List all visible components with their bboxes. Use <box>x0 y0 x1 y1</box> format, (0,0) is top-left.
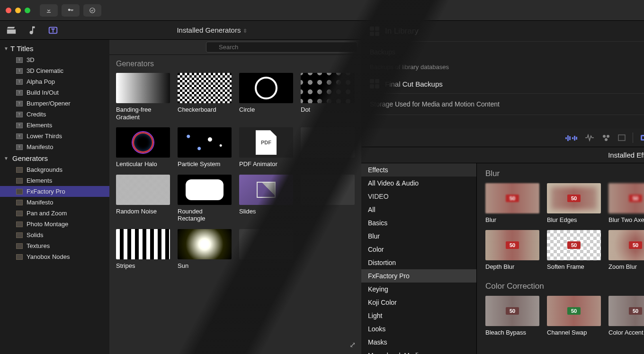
effect-thumbnail[interactable]: Depth Blur <box>485 230 539 270</box>
generator-thumbnail[interactable]: Random Noise <box>116 175 170 222</box>
sidebar-title-item[interactable]: TManifesto <box>0 142 109 152</box>
sidebar-generator-item[interactable]: Backgrounds <box>0 164 109 175</box>
photos-audio-tab[interactable] <box>26 24 39 37</box>
effects-category-item[interactable]: All Video & Audio <box>361 177 476 190</box>
sidebar-title-item[interactable]: T3D <box>0 54 109 65</box>
thumbnail-label: Slides <box>239 208 293 215</box>
generator-thumbnail[interactable]: Lenticular Halo <box>116 127 170 168</box>
effects-category-item[interactable]: Koji Color <box>361 296 476 309</box>
effects-scope-dropdown[interactable]: Installed Effects ⇳ <box>608 151 644 159</box>
effects-category-item[interactable]: FxFactory Pro <box>361 269 476 283</box>
close-window-button[interactable] <box>6 8 11 13</box>
effects-category-item[interactable]: Masks <box>361 336 476 349</box>
effects-category-item[interactable]: Blur <box>361 230 476 243</box>
effect-thumbnail[interactable]: Channel Swap <box>547 296 601 336</box>
sidebar-item-label: Build In/Out <box>27 89 59 96</box>
titles-group-header[interactable]: ▼ T Titles <box>0 43 109 54</box>
effect-thumbnail[interactable]: Blur Edges <box>547 183 601 223</box>
effects-tab-active[interactable] <box>640 134 644 142</box>
sidebar-generator-item[interactable]: Solids <box>0 230 109 240</box>
sidebar-title-item[interactable]: TLower Thirds <box>0 131 109 142</box>
generator-thumbnail[interactable] <box>301 127 355 168</box>
generator-thumbnail[interactable]: Particle System <box>178 127 232 168</box>
browser-scope-dropdown[interactable]: Installed Generators ⇳ <box>67 26 357 34</box>
sidebar-generator-item[interactable]: Elements <box>0 175 109 186</box>
effects-category-item[interactable]: Light <box>361 309 476 322</box>
effects-category-item[interactable]: Keying <box>361 283 476 296</box>
thumbnail-label: Random Noise <box>116 208 170 215</box>
effect-thumbnail[interactable]: Zoom Blur <box>608 230 644 270</box>
effect-thumbnail[interactable]: Blur Two Axes <box>608 183 644 223</box>
sidebar-title-item[interactable]: TBuild In/Out <box>0 87 109 98</box>
sidebar-generator-item[interactable]: FxFactory Pro <box>0 186 109 197</box>
title-icon: T <box>16 90 23 96</box>
thumbnail-label: Soften Frame <box>547 263 601 270</box>
libraries-tab[interactable] <box>5 24 18 37</box>
effects-category-item[interactable]: Monadnock Media <box>361 349 476 354</box>
audio-enhance-icon[interactable] <box>565 133 578 142</box>
effects-tabs <box>361 128 644 147</box>
effect-thumbnail[interactable]: Bleach Bypass <box>485 296 539 336</box>
audio-meters-icon[interactable] <box>584 134 595 142</box>
sidebar-generator-item[interactable]: Textures <box>0 240 109 251</box>
effect-thumbnail[interactable]: Soften Frame <box>547 230 601 270</box>
generator-thumbnail[interactable]: Stripes <box>116 229 170 270</box>
svg-rect-14 <box>642 136 644 139</box>
color-wheels-icon[interactable] <box>601 134 611 142</box>
generator-thumbnail[interactable] <box>301 175 355 222</box>
generator-thumbnail[interactable]: PDF Animator <box>239 127 293 168</box>
effects-grid-area: BlurBlurBlur EdgesBlur Two AxesDepth Blu… <box>477 163 644 354</box>
sidebar-title-item[interactable]: TBumper/Opener <box>0 98 109 109</box>
sidebar-title-item[interactable]: T3D Cinematic <box>0 65 109 76</box>
final-cut-backups-row[interactable]: Final Cut Backups <box>361 74 644 94</box>
effects-category-item[interactable]: Effects <box>361 163 476 177</box>
download-icon <box>45 7 52 14</box>
sidebar-item-label: Manifesto <box>27 199 53 206</box>
title-icon: T <box>16 123 23 128</box>
background-tasks-button[interactable] <box>83 4 101 17</box>
fullscreen-icon[interactable]: ⤢ <box>349 340 356 349</box>
generators-group-header[interactable]: ▼ Generators <box>0 152 109 164</box>
thumbnail-image <box>547 230 601 260</box>
sidebar-generator-item[interactable]: Pan and Zoom <box>0 208 109 219</box>
minimize-window-button[interactable] <box>15 8 21 13</box>
titles-generators-tab[interactable] <box>46 24 60 37</box>
backups-label: Backups <box>361 42 644 60</box>
generators-search-input[interactable] <box>206 42 358 53</box>
effects-category-item[interactable]: Looks <box>361 322 476 336</box>
zoom-window-button[interactable] <box>25 8 30 13</box>
effect-thumbnail[interactable]: Color Accent <box>608 296 644 336</box>
disclosure-triangle-icon: ▼ <box>4 46 9 51</box>
sidebar-title-item[interactable]: TAlpha Pop <box>0 76 109 87</box>
sidebar-title-item[interactable]: TElements <box>0 120 109 131</box>
generator-thumbnail[interactable]: Sun <box>178 229 232 270</box>
effects-category-item[interactable]: Distortion <box>361 256 476 269</box>
effects-category-item[interactable]: Color <box>361 243 476 256</box>
effects-category-item[interactable]: VIDEO <box>361 190 476 203</box>
sidebar-generator-item[interactable]: Yanobox Nodes <box>0 251 109 262</box>
sidebar-title-item[interactable]: TCredits <box>0 109 109 120</box>
generator-thumbnail[interactable]: Banding-free Gradient <box>116 73 170 121</box>
sidebar-item-label: Credits <box>27 111 46 118</box>
thumbnail-image <box>608 230 644 260</box>
sidebar-item-label: Yanobox Nodes <box>27 253 70 260</box>
import-button[interactable] <box>40 4 58 17</box>
effect-thumbnail[interactable]: Blur <box>485 183 539 223</box>
generator-thumbnail[interactable]: Slides <box>239 175 293 222</box>
retiming-icon[interactable] <box>617 134 626 142</box>
generator-thumbnail[interactable] <box>239 229 293 270</box>
generator-thumbnail[interactable]: Rounded Rectangle <box>178 175 232 222</box>
effects-category-item[interactable]: All <box>361 203 476 216</box>
generator-thumbnail[interactable]: Circle <box>239 73 293 121</box>
checkmark-circle-icon <box>89 7 96 14</box>
backups-description: Backups of library databases <box>361 60 644 74</box>
key-icon <box>67 7 74 14</box>
keyword-button[interactable] <box>62 4 80 17</box>
generator-thumbnail[interactable]: Checkerboard <box>178 73 232 121</box>
generator-thumbnail[interactable]: Dot <box>301 73 355 121</box>
title-icon: T <box>16 144 23 150</box>
titles-group-label: Titles <box>17 44 33 53</box>
sidebar-generator-item[interactable]: Photo Montage <box>0 219 109 230</box>
effects-category-item[interactable]: Basics <box>361 216 476 230</box>
sidebar-generator-item[interactable]: Manifesto <box>0 197 109 208</box>
